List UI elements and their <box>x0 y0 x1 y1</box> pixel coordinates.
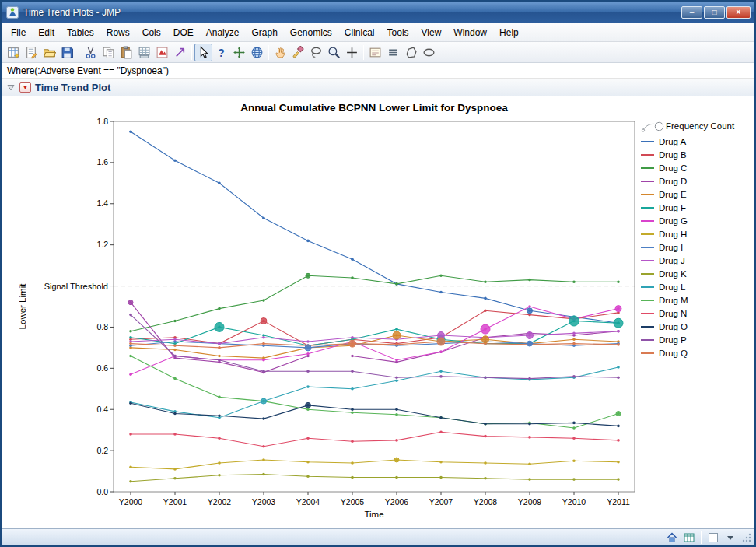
data-point[interactable] <box>617 425 620 428</box>
disclosure-triangle-icon[interactable] <box>6 82 16 92</box>
data-point[interactable] <box>306 340 310 343</box>
legend-item-drug-c[interactable]: Drug C <box>641 161 754 174</box>
menu-item-graph[interactable]: Graph <box>245 24 283 41</box>
data-point[interactable] <box>395 328 398 331</box>
data-point[interactable] <box>572 375 576 378</box>
data-point[interactable] <box>572 422 576 425</box>
data-point[interactable] <box>439 275 443 278</box>
lasso-tool-icon[interactable] <box>307 44 325 61</box>
data-point[interactable] <box>528 423 531 426</box>
data-point[interactable] <box>173 412 177 416</box>
data-point[interactable] <box>528 478 531 481</box>
help-tool-icon[interactable]: ? <box>212 44 230 61</box>
data-point[interactable] <box>218 396 221 399</box>
data-point[interactable] <box>439 431 443 434</box>
arrow-tool-icon[interactable] <box>194 44 212 61</box>
data-point[interactable] <box>439 375 443 378</box>
data-point[interactable] <box>173 355 177 358</box>
crosshair-tool-icon[interactable] <box>343 44 361 61</box>
bubble-marker-drug-l[interactable] <box>261 398 267 404</box>
bubble-marker-drug-i[interactable] <box>527 341 533 346</box>
menu-item-file[interactable]: File <box>5 24 32 41</box>
data-point[interactable] <box>528 314 531 317</box>
data-point[interactable] <box>306 437 310 440</box>
bubble-marker-drug-a[interactable] <box>527 308 533 314</box>
paste-icon[interactable] <box>117 44 135 61</box>
data-point[interactable] <box>129 336 132 339</box>
bubble-marker-drug-f[interactable] <box>215 322 224 331</box>
bubble-marker-drug-q[interactable] <box>349 340 356 347</box>
data-point[interactable] <box>218 414 221 417</box>
bubble-marker-drug-b[interactable] <box>261 318 267 324</box>
data-point[interactable] <box>484 461 487 465</box>
data-point[interactable] <box>484 281 487 284</box>
status-dropdown-icon[interactable] <box>723 531 737 545</box>
data-point[interactable] <box>395 359 398 362</box>
trend-chart-svg[interactable]: Annual Cumulative BCPNN Lower Limit for … <box>12 98 644 522</box>
data-point[interactable] <box>617 366 620 369</box>
data-point[interactable] <box>395 413 398 416</box>
series-line-drug-n[interactable] <box>131 432 618 447</box>
legend-item-drug-l[interactable]: Drug L <box>641 280 754 293</box>
data-point[interactable] <box>306 370 310 373</box>
data-point[interactable] <box>572 478 576 481</box>
data-point[interactable] <box>395 282 398 286</box>
data-point[interactable] <box>173 344 177 347</box>
data-point[interactable] <box>218 182 221 185</box>
legend-item-drug-k[interactable]: Drug K <box>641 267 754 280</box>
grabber-tool-icon[interactable] <box>271 44 289 61</box>
data-point[interactable] <box>395 376 398 379</box>
minimize-button[interactable]: – <box>681 6 702 19</box>
menu-item-window[interactable]: Window <box>447 24 493 41</box>
data-point[interactable] <box>351 476 354 479</box>
bubble-marker-drug-f[interactable] <box>614 318 623 328</box>
legend-item-drug-n[interactable]: Drug N <box>641 307 754 320</box>
data-point[interactable] <box>262 359 265 362</box>
cut-icon[interactable] <box>82 44 100 61</box>
data-point[interactable] <box>129 355 132 358</box>
data-point[interactable] <box>218 346 221 349</box>
data-point[interactable] <box>617 439 620 442</box>
data-point[interactable] <box>617 281 620 284</box>
menu-item-view[interactable]: View <box>415 24 448 41</box>
red-triangle-menu-button[interactable]: ▼ <box>19 82 31 93</box>
data-point[interactable] <box>262 336 265 339</box>
run-script-icon[interactable] <box>171 44 189 61</box>
legend-item-drug-a[interactable]: Drug A <box>641 135 754 148</box>
data-point[interactable] <box>173 159 177 162</box>
menu-item-cols[interactable]: Cols <box>136 24 167 41</box>
data-point[interactable] <box>528 436 531 439</box>
data-point[interactable] <box>262 417 265 420</box>
legend-item-drug-b[interactable]: Drug B <box>641 148 754 161</box>
data-point[interactable] <box>395 439 398 442</box>
bubble-marker-drug-d[interactable] <box>128 300 133 305</box>
status-data-table-icon[interactable] <box>682 531 696 545</box>
data-point[interactable] <box>617 330 620 333</box>
data-point[interactable] <box>351 440 354 443</box>
data-point[interactable] <box>395 379 398 382</box>
data-point[interactable] <box>306 240 310 243</box>
data-point[interactable] <box>173 349 177 352</box>
menu-item-rows[interactable]: Rows <box>100 24 136 41</box>
menu-item-tools[interactable]: Tools <box>381 24 415 41</box>
data-point[interactable] <box>395 343 398 346</box>
data-point[interactable] <box>262 299 265 302</box>
data-point[interactable] <box>484 477 487 480</box>
copy-icon[interactable] <box>100 44 117 61</box>
data-point[interactable] <box>439 370 443 373</box>
data-point[interactable] <box>484 310 487 313</box>
data-point[interactable] <box>173 433 177 436</box>
status-home-icon[interactable] <box>665 531 679 545</box>
data-point[interactable] <box>129 433 132 436</box>
data-point[interactable] <box>351 408 354 411</box>
legend-item-drug-j[interactable]: Drug J <box>641 254 754 267</box>
legend-item-drug-f[interactable]: Drug F <box>641 201 754 214</box>
data-point[interactable] <box>528 305 531 308</box>
data-point[interactable] <box>218 359 221 362</box>
data-point[interactable] <box>173 377 177 380</box>
data-point[interactable] <box>439 461 443 464</box>
data-point[interactable] <box>439 476 443 479</box>
data-point[interactable] <box>306 352 310 356</box>
legend-item-drug-d[interactable]: Drug D <box>641 174 754 188</box>
data-point[interactable] <box>262 445 265 448</box>
